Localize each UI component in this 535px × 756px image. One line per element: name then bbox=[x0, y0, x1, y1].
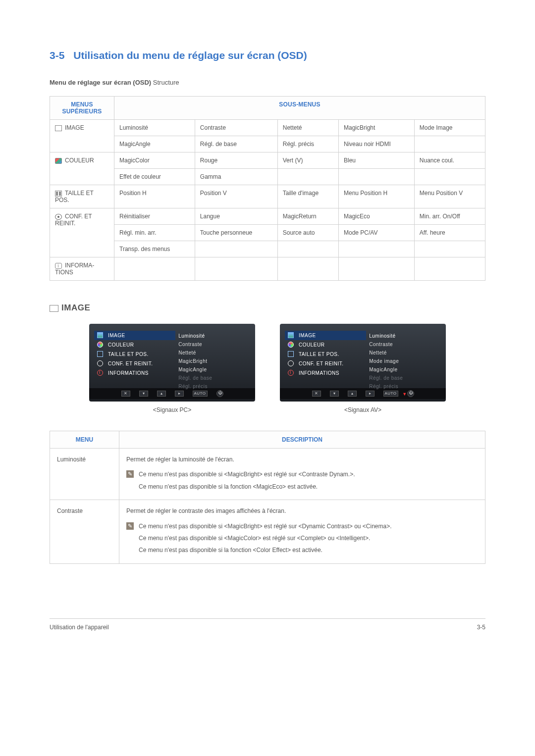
cell: Régl. min. arr. bbox=[114, 225, 195, 241]
note-line: Ce menu n'est pas disponible si <MagicBr… bbox=[139, 521, 392, 531]
cell: Transp. des menus bbox=[114, 241, 195, 257]
color-icon bbox=[97, 342, 103, 348]
cell: MagicAngle bbox=[114, 136, 195, 152]
osd-opt: MagicAngle bbox=[178, 365, 249, 374]
osd-menu-info: INFORMATIONS bbox=[285, 368, 366, 378]
osd-opt: Mode image bbox=[369, 357, 440, 365]
cell bbox=[414, 241, 485, 257]
th-desc: DESCRIPTION bbox=[119, 431, 485, 449]
cell bbox=[114, 257, 195, 281]
row-top-conf: CONF. ET REINIT. bbox=[50, 208, 114, 257]
footer-left: Utilisation de l'appareil bbox=[50, 624, 109, 631]
section-number: 3-5 bbox=[50, 50, 64, 61]
power-icon: ⏻ bbox=[407, 390, 414, 397]
osd-menu-couleur: COULEUR bbox=[285, 340, 366, 350]
osd-screenshots: IMAGE COULEUR TAILLE ET POS. CONF. ET RE… bbox=[50, 324, 485, 413]
osd-opt: Contraste bbox=[178, 340, 249, 349]
size-pos-icon bbox=[97, 351, 103, 357]
row-top-couleur: COULEUR bbox=[50, 152, 114, 185]
power-icon: ⏻ bbox=[216, 390, 223, 397]
image-icon bbox=[55, 125, 62, 131]
note-line: Ce menu n'est pas disponible si <MagicBr… bbox=[139, 469, 355, 479]
cell: Luminosité bbox=[114, 120, 195, 136]
osd-menu-conf: CONF. ET REINIT. bbox=[285, 359, 366, 368]
osd-structure-table: MENUS SUPÉRIEURS SOUS-MENUS IMAGE Lumino… bbox=[50, 96, 485, 281]
structure-rest: Structure bbox=[151, 79, 179, 86]
desc-cell: Permet de régler la luminosité de l'écra… bbox=[119, 449, 485, 500]
cell: MagicBright bbox=[339, 120, 415, 136]
cell: Mode Image bbox=[414, 120, 485, 136]
osd-opt: Régl. de base bbox=[178, 374, 249, 382]
cell: Effet de couleur bbox=[114, 169, 195, 185]
osd-opt: Régl. de base bbox=[369, 374, 440, 382]
cell bbox=[339, 257, 415, 281]
osd-menu-couleur: COULEUR bbox=[94, 340, 175, 350]
osd-opt: MagicBright bbox=[178, 357, 249, 365]
osd-opt: MagicAngle bbox=[369, 365, 440, 374]
up-icon: ▴ bbox=[157, 391, 166, 397]
osd-opt: Netteté bbox=[178, 349, 249, 357]
cell: Touche person­neue bbox=[195, 225, 277, 241]
down-icon: ▾ bbox=[139, 391, 148, 397]
section-heading: 3-5Utilisation du menu de réglage sur éc… bbox=[50, 50, 485, 61]
cell bbox=[414, 136, 485, 152]
cell bbox=[414, 169, 485, 185]
row-top-info: INFORMA­TIONS bbox=[50, 257, 114, 281]
color-icon bbox=[55, 158, 62, 164]
th-menu: MENU bbox=[50, 431, 119, 449]
note-line: Ce menu n'est pas disponible si la fonct… bbox=[139, 482, 355, 492]
osd-opt: Luminosité bbox=[369, 332, 440, 340]
desc-text: Permet de régler la luminosité de l'écra… bbox=[126, 456, 234, 463]
description-table: MENU DESCRIPTION Luminosité Permet de ré… bbox=[50, 431, 485, 564]
setup-icon bbox=[55, 214, 62, 220]
osd-menu-image: IMAGE bbox=[94, 331, 175, 340]
cell: Régl. de base bbox=[195, 136, 277, 152]
cell: Niveau noir HDMI bbox=[339, 136, 415, 152]
osd-menu-taille: TAILLE ET POS. bbox=[94, 350, 175, 359]
cell: Netteté bbox=[277, 120, 338, 136]
note-block: ✎ Ce menu n'est pas disponible si <Magic… bbox=[126, 521, 478, 557]
setup-icon bbox=[288, 360, 294, 366]
up-icon: ▴ bbox=[348, 391, 357, 397]
desc-cell: Permet de régler le contraste des images… bbox=[119, 500, 485, 564]
cell: MagicEco bbox=[339, 208, 415, 225]
right-icon: ▸ bbox=[175, 391, 184, 397]
cell bbox=[195, 241, 277, 257]
osd-panel: IMAGE COULEUR TAILLE ET POS. CONF. ET RE… bbox=[280, 324, 446, 402]
note-line: Ce menu n'est pas disponible si <MagicCo… bbox=[139, 533, 392, 543]
size-pos-icon bbox=[55, 191, 62, 197]
cell bbox=[277, 257, 338, 281]
section-title-text: Utilisation du menu de réglage sur écran… bbox=[73, 50, 307, 61]
note-line: Ce menu n'est pas disponible si la fonct… bbox=[139, 545, 392, 555]
cell bbox=[339, 169, 415, 185]
cell bbox=[339, 241, 415, 257]
desc-label: Luminosité bbox=[50, 449, 119, 500]
th-sub-menus: SOUS-MENUS bbox=[114, 97, 485, 120]
down-icon: ▾ bbox=[330, 391, 339, 397]
cell: Aff. heure bbox=[414, 225, 485, 241]
cell bbox=[277, 169, 338, 185]
structure-label: Menu de réglage sur écran (OSD) Structur… bbox=[50, 79, 485, 86]
cell: Vert (V) bbox=[277, 152, 338, 169]
info-icon bbox=[288, 370, 294, 376]
page-footer: Utilisation de l'appareil 3-5 bbox=[0, 618, 535, 631]
caption-av: <Signaux AV> bbox=[280, 406, 446, 413]
image-section-heading: IMAGE bbox=[50, 303, 485, 313]
osd-shot-av: IMAGE COULEUR TAILLE ET POS. CONF. ET RE… bbox=[280, 324, 446, 413]
image-icon bbox=[288, 332, 294, 338]
cell bbox=[277, 241, 338, 257]
cell: Gamma bbox=[195, 169, 277, 185]
osd-menu-taille: TAILLE ET POS. bbox=[285, 350, 366, 359]
cell: Langue bbox=[195, 208, 277, 225]
osd-left-menu: IMAGE COULEUR TAILLE ET POS. CONF. ET RE… bbox=[89, 328, 175, 388]
cell: Min. arr. On/Off bbox=[414, 208, 485, 225]
cell: MagicColor bbox=[114, 152, 195, 169]
structure-bold: Menu de réglage sur écran (OSD) bbox=[50, 79, 151, 86]
osd-left-menu: IMAGE COULEUR TAILLE ET POS. CONF. ET RE… bbox=[280, 328, 366, 388]
size-pos-icon bbox=[288, 351, 294, 357]
image-icon bbox=[50, 305, 58, 312]
cell: Réinitialiser bbox=[114, 208, 195, 225]
image-icon bbox=[97, 332, 103, 338]
cell: Contraste bbox=[195, 120, 277, 136]
info-icon bbox=[97, 370, 103, 376]
